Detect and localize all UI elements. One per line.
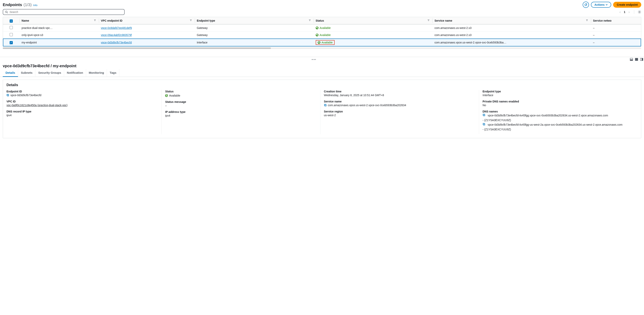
svg-point-1 — [639, 12, 640, 12]
cell-name: my-endpoint — [20, 38, 99, 46]
horizontal-scrollbar[interactable] — [3, 48, 641, 49]
col-service-netwo[interactable]: Service netwo — [593, 19, 611, 22]
col-endpoint-type[interactable]: Endpoint type — [197, 19, 215, 22]
cell-service-name: com.amazonaws.us-west-2.s3 — [432, 32, 591, 38]
status-label: Status — [165, 90, 316, 93]
col-service-name[interactable]: Service name — [434, 19, 452, 22]
service-region-label: Service region — [324, 110, 475, 113]
col-status[interactable]: Status — [316, 19, 324, 22]
create-endpoint-button[interactable]: Create endpoint — [613, 2, 641, 8]
drag-handle[interactable]: ══ — [1, 58, 627, 61]
actions-button[interactable]: Actions — [591, 2, 611, 8]
cell-service-netwo: – — [591, 38, 641, 46]
endpoint-id-label: Endpoint ID — [6, 90, 158, 93]
dns-names-label: DNS names — [482, 110, 634, 113]
endpoint-type-value: Interface — [482, 94, 493, 97]
check-circle-icon — [316, 26, 318, 29]
sort-icon[interactable]: ▽ — [586, 19, 588, 21]
detail-heading: vpce-0d3d9cfb73e4becfd / my-endpoint — [0, 62, 644, 69]
col-name[interactable]: Name — [22, 19, 29, 22]
service-region-value: us-west-2 — [324, 114, 336, 117]
dns-record-ip-type-label: DNS record IP type — [6, 110, 158, 113]
tab-monitoring[interactable]: Monitoring — [86, 69, 107, 77]
copy-icon[interactable] — [482, 114, 485, 116]
cell-status: Available — [316, 26, 331, 30]
panel-side-icon[interactable] — [640, 58, 643, 61]
panel-full-icon[interactable] — [635, 58, 638, 61]
sort-icon[interactable]: ▽ — [190, 19, 192, 21]
dns-name-1: vpce-0d3d9cfb73e4becfd-iiv45fgg.vpce-svc… — [488, 114, 608, 118]
page-number: 1 — [624, 10, 625, 14]
status-message-label: Status message — [165, 100, 316, 104]
check-circle-icon — [316, 34, 318, 36]
cell-endpoint-type: Interface — [195, 38, 314, 46]
copy-icon[interactable] — [482, 123, 485, 126]
status-value: Available — [169, 94, 180, 97]
cell-service-netwo: – — [591, 24, 641, 32]
svg-rect-14 — [484, 124, 485, 125]
cell-service-name: com.amazonaws.vpce.us-west-2.vpce-svc-0c… — [432, 38, 591, 46]
refresh-button[interactable] — [583, 2, 589, 8]
vpc-id-link[interactable]: vpc-0a9f0c1621c8e450a (practice-dual-sta… — [6, 104, 68, 107]
row-checkbox[interactable] — [10, 26, 13, 29]
info-link[interactable]: Info — [33, 4, 38, 7]
cell-service-name: com.amazonaws.us-west-2.s3 — [432, 24, 591, 32]
tab-subnets[interactable]: Subnets — [18, 69, 36, 77]
search-icon — [5, 10, 8, 13]
select-all-checkbox[interactable] — [10, 20, 13, 22]
row-checkbox[interactable]: ✓ — [10, 41, 13, 44]
table-row[interactable]: only-ipv4-vpce-s3vpce-09ac4abf2c983579fG… — [3, 32, 641, 38]
cell-status: Available — [316, 40, 335, 45]
sort-icon[interactable]: ▽ — [309, 19, 310, 21]
check-circle-icon — [165, 94, 168, 97]
vpc-endpoint-id-link[interactable]: vpce-0c8dafd7ee481def9 — [101, 26, 132, 30]
creation-time-label: Creation time — [324, 90, 475, 93]
copy-icon[interactable] — [324, 104, 327, 106]
vpc-endpoint-id-link[interactable]: vpce-09ac4abf2c983579f — [101, 34, 132, 36]
sort-icon[interactable]: ▽ — [94, 19, 96, 21]
svg-rect-15 — [483, 123, 484, 125]
tab-notification[interactable]: Notification — [64, 69, 86, 77]
table-row[interactable]: ✓my-endpointvpce-0d3d9cfb73e4becfdInterf… — [3, 38, 641, 46]
vpc-endpoint-id-link[interactable]: vpce-0d3d9cfb73e4becfd — [101, 41, 132, 44]
service-name-value: com.amazonaws.vpce.us-west-2.vpce-svc-0c… — [328, 104, 406, 107]
search-box[interactable] — [3, 9, 125, 15]
svg-rect-5 — [635, 58, 638, 60]
col-vpc-endpoint-id[interactable]: VPC endpoint ID — [101, 19, 122, 22]
tab-details[interactable]: Details — [3, 69, 18, 77]
search-input[interactable] — [10, 10, 122, 14]
page-prev[interactable]: ‹ — [619, 10, 622, 14]
endpoints-table: Name▽ VPC endpoint ID▽ Endpoint type▽ St… — [3, 17, 641, 46]
page-title: Endpoints — [3, 2, 22, 7]
cell-status: Available — [316, 34, 331, 36]
table-row[interactable]: practice-dual-stack-vpc…vpce-0c8dafd7ee4… — [3, 24, 641, 32]
service-name-label: Service name — [324, 100, 475, 103]
cell-endpoint-type: Gateway — [195, 32, 314, 38]
svg-rect-11 — [324, 104, 326, 106]
copy-icon[interactable] — [6, 94, 9, 96]
ip-address-type-label: IP address type — [165, 110, 316, 114]
actions-label: Actions — [594, 3, 604, 6]
endpoint-type-label: Endpoint type — [482, 90, 634, 93]
svg-rect-8 — [7, 94, 9, 96]
status-message-value: – — [165, 104, 167, 107]
page-next[interactable]: › — [628, 10, 630, 14]
cell-endpoint-type: Gateway — [195, 24, 314, 32]
svg-rect-12 — [484, 114, 485, 116]
details-section-title: Details — [6, 83, 638, 87]
tab-tags[interactable]: Tags — [107, 69, 119, 77]
creation-time-value: Wednesday, January 8, 2025 at 10:51:44 G… — [324, 94, 384, 97]
page-count: (1/3) — [24, 2, 32, 7]
dns-zone-2: - (Z1YSA3EXCYUU9Z) — [482, 128, 634, 131]
row-checkbox[interactable] — [10, 33, 13, 36]
endpoint-id-value: vpce-0d3d9cfb73e4becfd — [10, 94, 41, 97]
cell-service-netwo: – — [591, 32, 641, 38]
panel-bottom-icon[interactable] — [630, 58, 633, 61]
tab-security-groups[interactable]: Security Groups — [36, 69, 64, 77]
refresh-icon — [584, 3, 588, 6]
svg-rect-3 — [630, 60, 633, 60]
settings-icon[interactable] — [638, 10, 641, 14]
private-dns-value: No — [482, 104, 486, 107]
svg-rect-7 — [642, 58, 643, 60]
sort-icon[interactable]: ▽ — [428, 19, 429, 21]
